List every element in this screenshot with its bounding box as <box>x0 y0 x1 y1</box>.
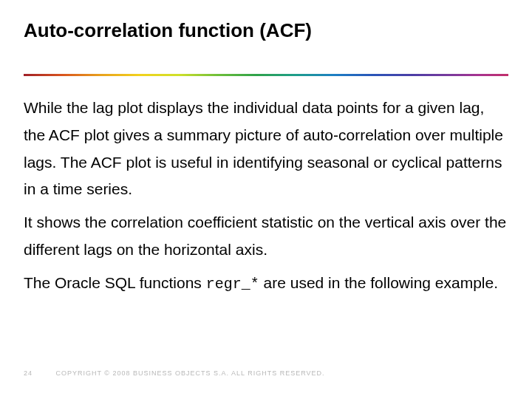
paragraph-2: It shows the correlation coefficient sta… <box>24 209 508 264</box>
slide-footer: 24 COPYRIGHT © 2008 BUSINESS OBJECTS S.A… <box>24 369 325 377</box>
slide-title: Auto-correlation function (ACF) <box>24 19 508 42</box>
page-number: 24 <box>24 369 33 377</box>
paragraph-1: While the lag plot displays the individu… <box>24 95 508 203</box>
paragraph-3: The Oracle SQL functions regr_* are used… <box>24 270 508 297</box>
divider-rainbow <box>24 74 508 76</box>
paragraph-3-text-a: The Oracle SQL functions <box>24 274 206 291</box>
slide-body: While the lag plot displays the individu… <box>24 95 508 303</box>
slide: Auto-correlation function (ACF) While th… <box>0 0 532 399</box>
copyright-text: COPYRIGHT © 2008 BUSINESS OBJECTS S.A. A… <box>56 369 325 377</box>
paragraph-3-text-b: are used in the following example. <box>259 274 498 291</box>
inline-code-regr: regr_* <box>206 276 259 293</box>
